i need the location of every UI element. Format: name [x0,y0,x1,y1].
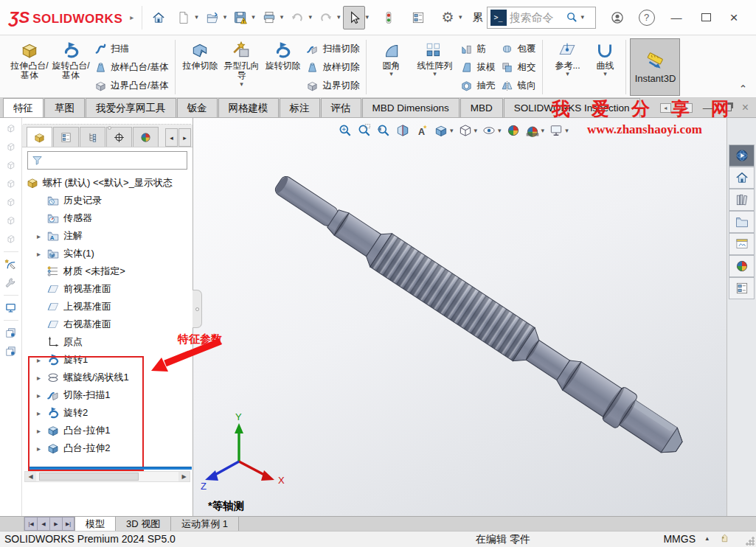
tree-item-right-plane[interactable]: 右视基准面 [22,316,193,333]
help-icon[interactable]: ? [639,10,655,26]
view-orientation-button[interactable]: ▾ [434,123,454,138]
display-style-dropdown-icon[interactable]: ▾ [474,128,478,134]
view-cube-icon[interactable] [4,122,17,135]
home-pane-button[interactable] [729,167,755,189]
tab-mbd[interactable]: MBD [460,98,503,117]
extruded-cut-button[interactable]: 拉伸切除 [179,38,221,96]
open-button[interactable] [201,6,223,29]
tab-feature-tree[interactable] [27,127,52,147]
tree-item-material[interactable]: 材质 <未指定> [22,262,193,280]
tab-model[interactable]: 模型 [74,517,116,531]
tab-features[interactable]: 特征 [3,98,44,117]
menu-expand-icon[interactable]: ▸ [130,13,133,21]
fillet-button[interactable]: 圆角▾ [370,38,412,96]
expand-arrow-icon[interactable]: ▸ [37,445,46,453]
tree-item-origin[interactable]: 原点 [22,333,193,351]
apply-scene-button[interactable]: ▾ [525,123,545,138]
scroll-right-icon[interactable]: ▶ [178,472,190,481]
new-document-button[interactable] [173,6,195,29]
hide-show-items-button[interactable]: ▾ [482,123,502,138]
paste-appearance-icon[interactable] [4,345,17,358]
edit-sketch-icon[interactable] [4,258,17,271]
loft-boss-button[interactable]: 放样凸台/基体 [94,59,168,75]
boundary-boss-button[interactable]: 边界凸台/基体 [94,77,168,94]
pane-minimize-icon[interactable]: — [703,102,712,114]
revolved-cut-button[interactable]: 旋转切除 [262,38,303,96]
expand-arrow-icon[interactable]: ▸ [37,427,46,435]
boss-extrude-button[interactable]: 拉伸凸台/基体 [9,38,50,96]
panel-horizontal-scrollbar[interactable]: ◀ ▶ [24,471,190,482]
wrap-button[interactable]: 包覆 [501,41,535,57]
linear-pattern-button[interactable]: 线性阵列▾ [412,38,457,96]
instant3d-button[interactable]: Instant3D [630,38,680,96]
close-button[interactable]: × [730,10,738,24]
resize-grip[interactable] [746,537,755,546]
zoom-area-button[interactable] [357,123,372,138]
tab-scroll-right-icon[interactable]: ▸ [682,103,693,113]
search-icon[interactable] [566,11,578,24]
fillet-dropdown-icon[interactable]: ▾ [389,71,393,77]
tab-configuration-manager[interactable] [80,127,105,147]
options-dropdown-icon[interactable]: ▾ [459,14,462,21]
scroll-left-icon[interactable]: ◀ [25,472,36,481]
prev-tab-icon[interactable]: ◀ [37,517,49,531]
tab-display-manager[interactable] [133,127,159,147]
hide-show-dropdown-icon[interactable]: ▾ [498,128,502,134]
print-button[interactable] [258,6,280,29]
appearances-button[interactable] [729,255,755,277]
revolve-boss-button[interactable]: 旋转凸台/基体 [50,38,91,96]
expand-arrow-icon[interactable]: ▸ [37,232,46,240]
view-cube-icon[interactable] [4,233,17,245]
next-tab-icon[interactable]: ▶ [49,517,62,531]
tab-sketch[interactable]: 草图 [44,98,85,117]
units-text[interactable]: MMGS [663,533,696,545]
undo-button[interactable] [286,6,308,29]
swept-cut-button[interactable]: 扫描切除 [306,41,359,57]
view-cube-icon[interactable] [4,159,17,172]
tab-sheet-metal[interactable]: 钣金 [177,98,218,117]
last-tab-icon[interactable]: ▶| [62,517,74,531]
open-dropdown-icon[interactable]: ▾ [223,14,227,21]
expand-arrow-icon[interactable]: ▸ [37,374,46,382]
design-library-button[interactable] [729,189,755,211]
boundary-cut-button[interactable]: 边界切除 [306,77,359,94]
options-gear-icon[interactable]: ⚙ [437,6,459,29]
zoom-fit-button[interactable] [338,123,353,138]
hole-wizard-button[interactable]: 异型孔向导▾ [221,38,262,96]
first-tab-icon[interactable]: |◀ [24,517,37,531]
tab-mesh-modeling[interactable]: 网格建模 [218,98,279,117]
copy-appearance-icon[interactable] [4,327,17,339]
section-view-button[interactable] [395,123,410,138]
tree-item-history[interactable]: 历史记录 [22,192,193,209]
tab-mbd-dimensions[interactable]: MBD Dimensions [362,98,460,117]
tab-evaluate[interactable]: 评估 [321,98,361,117]
tree-item-boss-extrude1[interactable]: ▸凸台-拉伸1 [22,422,193,439]
account-icon[interactable] [606,6,628,29]
new-dropdown-icon[interactable]: ▾ [195,14,198,21]
save-dropdown-icon[interactable]: ▾ [252,14,255,21]
minimize-button[interactable]: — [671,12,682,23]
hole-wizard-dropdown-icon[interactable]: ▾ [240,81,243,88]
intersect-button[interactable]: 相交 [501,59,535,75]
view-cube-icon[interactable] [4,196,17,209]
tab-share-tools[interactable]: 我爱分享网工具 [86,98,176,117]
rib-button[interactable]: 筋 [460,41,495,57]
tree-item-helix1[interactable]: ▸螺旋线/涡状线1 [22,369,193,386]
resources-globe-button[interactable] [729,144,755,167]
tab-3d-views[interactable]: 3D 视图 [116,517,171,531]
reference-dropdown-icon[interactable]: ▾ [566,71,569,77]
view-palette-button[interactable] [729,233,755,255]
expand-arrow-icon[interactable]: ▸ [37,356,46,364]
ribbon-collapse-icon[interactable]: ⌃ [739,83,747,94]
pane-restore-icon[interactable] [723,104,732,111]
search-input[interactable] [510,11,563,24]
sweep-button[interactable]: 扫描 [94,41,168,57]
shell-button[interactable]: 抽壳 [460,77,495,94]
reference-geometry-button[interactable]: 参考...▾ [547,38,588,96]
custom-properties-button[interactable] [729,277,755,299]
pattern-dropdown-icon[interactable]: ▾ [433,71,437,77]
tree-item-cut-sweep1[interactable]: ▸切除-扫描1 [22,386,193,404]
panel-splitter-handle[interactable] [193,290,202,328]
file-explorer-button[interactable] [729,211,755,233]
maximize-button[interactable] [701,13,711,21]
